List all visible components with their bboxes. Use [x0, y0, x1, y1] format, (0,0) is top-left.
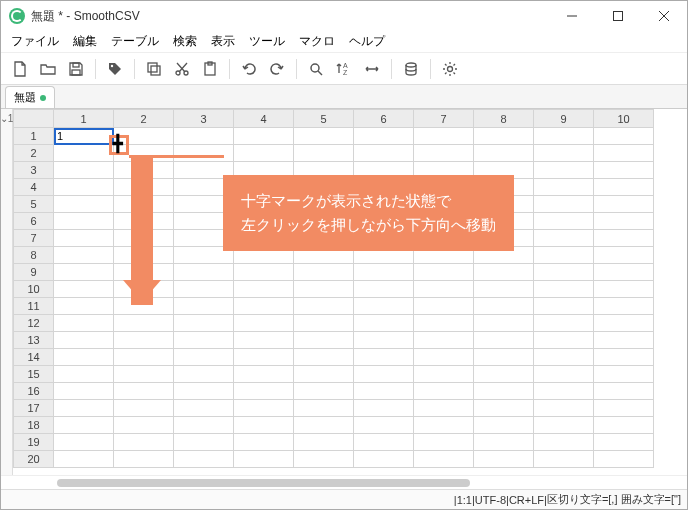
- grid-cell[interactable]: [474, 213, 534, 230]
- grid-cell[interactable]: [534, 128, 594, 145]
- grid-cell[interactable]: [234, 281, 294, 298]
- grid-cell[interactable]: [294, 434, 354, 451]
- grid-cell[interactable]: [414, 264, 474, 281]
- grid-cell[interactable]: [174, 162, 234, 179]
- grid-cell[interactable]: [354, 434, 414, 451]
- grid-cell[interactable]: [174, 434, 234, 451]
- grid-cell[interactable]: [54, 315, 114, 332]
- grid-cell[interactable]: [174, 264, 234, 281]
- column-header[interactable]: 6: [354, 110, 414, 128]
- grid-cell[interactable]: [114, 230, 174, 247]
- row-header[interactable]: 18: [14, 417, 54, 434]
- grid-cell[interactable]: [414, 230, 474, 247]
- tag-button[interactable]: [102, 56, 128, 82]
- column-header[interactable]: 10: [594, 110, 654, 128]
- grid-cell[interactable]: [594, 332, 654, 349]
- grid-cell[interactable]: [534, 281, 594, 298]
- column-header[interactable]: 1: [54, 110, 114, 128]
- grid-cell[interactable]: [174, 298, 234, 315]
- grid-cell[interactable]: [234, 383, 294, 400]
- grid-cell[interactable]: [414, 247, 474, 264]
- grid-cell[interactable]: [294, 230, 354, 247]
- grid-cell[interactable]: [174, 349, 234, 366]
- grid-cell[interactable]: [534, 332, 594, 349]
- grid-cell[interactable]: [414, 434, 474, 451]
- menu-macro[interactable]: マクロ: [293, 31, 341, 52]
- grid-cell[interactable]: [354, 213, 414, 230]
- search-button[interactable]: [303, 56, 329, 82]
- grid-cell[interactable]: [174, 366, 234, 383]
- grid-cell[interactable]: [174, 196, 234, 213]
- menu-edit[interactable]: 編集: [67, 31, 103, 52]
- column-header[interactable]: 8: [474, 110, 534, 128]
- row-header[interactable]: 3: [14, 162, 54, 179]
- grid-cell[interactable]: [474, 400, 534, 417]
- grid-cell[interactable]: [54, 213, 114, 230]
- grid-cell[interactable]: [534, 349, 594, 366]
- row-header[interactable]: 20: [14, 451, 54, 468]
- grid-cell[interactable]: [534, 451, 594, 468]
- grid-cell[interactable]: [594, 383, 654, 400]
- row-header[interactable]: 17: [14, 400, 54, 417]
- grid-cell[interactable]: [234, 179, 294, 196]
- row-header[interactable]: 11: [14, 298, 54, 315]
- grid-cell[interactable]: [474, 196, 534, 213]
- grid-cell[interactable]: [54, 196, 114, 213]
- grid-cell[interactable]: [354, 196, 414, 213]
- grid-cell[interactable]: [354, 162, 414, 179]
- grid-cell[interactable]: [114, 298, 174, 315]
- grid-cell[interactable]: [414, 400, 474, 417]
- grid-cell[interactable]: [234, 349, 294, 366]
- grid-cell[interactable]: [594, 451, 654, 468]
- grid-cell[interactable]: [534, 264, 594, 281]
- grid-cell[interactable]: [234, 417, 294, 434]
- grid-cell[interactable]: [474, 247, 534, 264]
- grid-cell[interactable]: [594, 417, 654, 434]
- grid-cell[interactable]: [594, 213, 654, 230]
- save-button[interactable]: [63, 56, 89, 82]
- grid-cell[interactable]: [414, 162, 474, 179]
- grid-cell[interactable]: [174, 213, 234, 230]
- column-header[interactable]: 7: [414, 110, 474, 128]
- row-header[interactable]: 2: [14, 145, 54, 162]
- grid-cell[interactable]: [594, 179, 654, 196]
- grid-cell[interactable]: [294, 145, 354, 162]
- database-button[interactable]: [398, 56, 424, 82]
- grid-cell[interactable]: [354, 349, 414, 366]
- grid-cell[interactable]: [594, 196, 654, 213]
- paste-button[interactable]: [197, 56, 223, 82]
- grid-cell[interactable]: [534, 298, 594, 315]
- column-header[interactable]: 9: [534, 110, 594, 128]
- grid-cell[interactable]: [354, 128, 414, 145]
- grid-cell[interactable]: [54, 366, 114, 383]
- grid-cell[interactable]: [54, 281, 114, 298]
- grid-cell[interactable]: [474, 383, 534, 400]
- grid-cell[interactable]: [594, 400, 654, 417]
- row-header[interactable]: 4: [14, 179, 54, 196]
- grid-cell[interactable]: [354, 230, 414, 247]
- row-header[interactable]: 16: [14, 383, 54, 400]
- grid-cell[interactable]: [114, 332, 174, 349]
- grid-cell[interactable]: [354, 451, 414, 468]
- menu-view[interactable]: 表示: [205, 31, 241, 52]
- grid-cell[interactable]: [174, 247, 234, 264]
- grid-cell[interactable]: [474, 145, 534, 162]
- grid-cell[interactable]: [594, 264, 654, 281]
- grid-cell[interactable]: [234, 196, 294, 213]
- row-header[interactable]: 1: [14, 128, 54, 145]
- grid-cell[interactable]: [534, 366, 594, 383]
- grid-cell[interactable]: [174, 332, 234, 349]
- maximize-button[interactable]: [595, 1, 641, 31]
- grid-cell[interactable]: [594, 230, 654, 247]
- column-header[interactable]: 2: [114, 110, 174, 128]
- grid-cell[interactable]: [534, 383, 594, 400]
- grid-cell[interactable]: [234, 434, 294, 451]
- grid-cell[interactable]: [234, 162, 294, 179]
- grid-cell[interactable]: [114, 366, 174, 383]
- menu-search[interactable]: 検索: [167, 31, 203, 52]
- row-header[interactable]: 10: [14, 281, 54, 298]
- grid-cell[interactable]: [54, 247, 114, 264]
- grid-cell[interactable]: [54, 417, 114, 434]
- grid-cell[interactable]: [474, 366, 534, 383]
- grid-cell[interactable]: [54, 349, 114, 366]
